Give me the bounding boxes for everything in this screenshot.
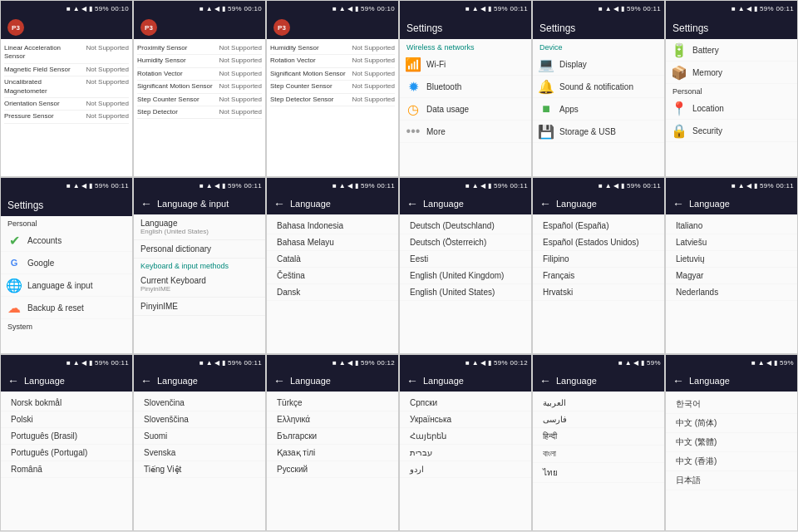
sidebar-item-backup[interactable]: ☁ Backup & reset [1,297,132,319]
sidebar-item-accounts[interactable]: ✔ Accounts [1,229,132,252]
list-item[interactable]: Português (Portugal) [1,445,132,461]
sidebar-item-apps[interactable]: ■ Apps [533,98,664,121]
list-item[interactable]: עברית [400,445,531,461]
list-item-pinyin[interactable]: PinyinIME [134,298,265,316]
list-item[interactable]: 中文 (香港) [666,452,797,471]
list-item[interactable]: Русский [267,461,398,478]
list-item[interactable]: Svenska [134,445,265,461]
sidebar-item-data[interactable]: ◷ Data usage [400,98,531,121]
list-item[interactable]: فارسی [533,411,664,428]
sidebar-item-google[interactable]: G Google [1,252,132,274]
sidebar-item-security[interactable]: 🔒 Security [666,120,797,142]
sidebar-item-more[interactable]: ••• More [400,121,531,143]
list-item[interactable]: Čeština [267,268,398,284]
list-item[interactable]: Magyar [666,268,797,284]
table-row: Significant Motion Sensor Not Supported [270,68,395,81]
list-item[interactable]: Қазақ тілі [267,445,398,461]
bluetooth-icon: ✹ [406,80,420,93]
list-item[interactable]: Bahasa Melayu [267,234,398,251]
lang-header-5: ← Language [1,370,132,392]
list-item[interactable]: Polski [1,411,132,428]
list-item[interactable]: Ελληνικά [267,411,398,428]
list-item[interactable]: Dansk [267,284,398,301]
list-item[interactable]: Română [1,461,132,478]
settings-header-device: Settings [533,16,664,39]
list-item[interactable]: Filipino [533,251,664,268]
back-arrow-icon-10[interactable]: ← [539,374,551,387]
back-arrow-icon-7[interactable]: ← [140,374,152,387]
list-item[interactable]: Italiano [666,218,797,234]
list-item[interactable]: Latviešu [666,234,797,251]
list-item-current-keyboard[interactable]: Current Keyboard PinyinIME [134,272,265,298]
list-item[interactable]: Deutsch (Österreich) [400,234,531,251]
sidebar-item-location[interactable]: 📍 Location [666,97,797,120]
display-icon: 💻 [539,57,553,71]
list-item[interactable]: Norsk bokmål [1,395,132,411]
back-arrow-icon-11[interactable]: ← [672,374,684,387]
list-item[interactable]: Հայերեն [400,428,531,445]
list-item[interactable]: Српски [400,395,531,411]
list-item[interactable]: Slovenčina [134,395,265,411]
list-item[interactable]: Українська [400,411,531,428]
list-item[interactable]: 한국어 [666,395,797,414]
list-item[interactable]: Eesti [400,251,531,268]
sidebar-item-battery[interactable]: 🔋 Battery [666,39,797,62]
list-item-personal-dict[interactable]: Personal dictionary [134,240,265,259]
list-item[interactable]: Català [267,251,398,268]
back-arrow-icon-5[interactable]: ← [672,197,684,210]
sidebar-item-language[interactable]: 🌐 Language & input [1,274,132,297]
sidebar-item-memory[interactable]: 📦 Memory [666,62,797,84]
list-item[interactable]: 中文 (繁體) [666,433,797,452]
cell-lang-list-1: ■ ▲ ◀ ▮ 59% 00:11 ← Language Bahasa Indo… [266,177,399,354]
list-item[interactable]: Nederlands [666,284,797,301]
list-item[interactable]: 中文 (简体) [666,414,797,433]
list-item[interactable]: English (United Kingdom) [400,268,531,284]
back-arrow-icon[interactable]: ← [140,197,152,210]
language-input-list: Language English (United States) Persona… [134,214,265,353]
memory-icon: 📦 [672,66,686,79]
sidebar-item-wifi[interactable]: 📶 Wi-Fi [400,53,531,76]
lang-header-1: ← Language [267,193,398,214]
sensor-list-1: Linear Acceleration Sensor Not Supported… [1,39,132,176]
table-row: Linear Acceleration Sensor Not Supported [4,42,129,64]
list-item[interactable]: English (United States) [400,284,531,301]
list-item[interactable]: Slovenščina [134,411,265,428]
list-item[interactable]: Tiếng Việt [134,461,265,478]
table-row: Humidity Sensor Not Supported [137,55,262,67]
cell-lang-list-8: ■ ▲ ◀ ▮ 59% 00:12 ← Language Српски Укра… [399,354,532,531]
list-item[interactable]: Português (Brasil) [1,428,132,445]
list-item[interactable]: Български [267,428,398,445]
back-arrow-icon-3[interactable]: ← [406,197,418,210]
list-item[interactable]: Hrvatski [533,284,664,301]
list-item[interactable]: العربية [533,395,664,411]
list-item[interactable]: Türkçe [267,395,398,411]
back-arrow-icon-6[interactable]: ← [7,374,19,387]
back-arrow-icon-2[interactable]: ← [273,197,285,210]
back-arrow-icon-8[interactable]: ← [273,374,285,387]
sidebar-item-sound[interactable]: 🔔 Sound & notification [533,76,664,98]
list-item[interactable]: ไทย [533,463,664,483]
list-item[interactable]: Español (Estados Unidos) [533,234,664,251]
more-icon: ••• [406,125,420,138]
cell-lang-list-10: ■ ▲ ◀ ▮ 59% ← Language 한국어 中文 (简体) 中文 (繁… [665,354,798,531]
list-item[interactable]: हिन्दी [533,428,664,446]
sidebar-item-display[interactable]: 💻 Display [533,53,664,76]
list-item[interactable]: Lietuvių [666,251,797,268]
list-item[interactable]: Suomi [134,428,265,445]
list-item[interactable]: Français [533,268,664,284]
language-simple-list-1: Bahasa Indonesia Bahasa Melayu Català Če… [267,214,398,353]
sidebar-item-bluetooth[interactable]: ✹ Bluetooth [400,76,531,98]
back-arrow-icon-4[interactable]: ← [539,197,551,210]
status-bar-5: ■ ▲ ◀ ▮ 59% 00:11 [533,1,664,16]
sidebar-item-storage[interactable]: 💾 Storage & USB [533,121,664,143]
list-item[interactable]: 日本語 [666,471,797,490]
list-item[interactable]: বাংলা [533,446,664,463]
status-bar-2: ■ ▲ ◀ ▮ 59% 00:10 [134,1,265,16]
apps-icon: ■ [539,102,553,116]
back-arrow-icon-9[interactable]: ← [406,374,418,387]
list-item[interactable]: Español (España) [533,218,664,234]
list-item[interactable]: Bahasa Indonesia [267,218,398,234]
list-item[interactable]: Deutsch (Deutschland) [400,218,531,234]
list-item-language[interactable]: Language English (United States) [134,214,265,240]
list-item[interactable]: اردو [400,461,531,478]
